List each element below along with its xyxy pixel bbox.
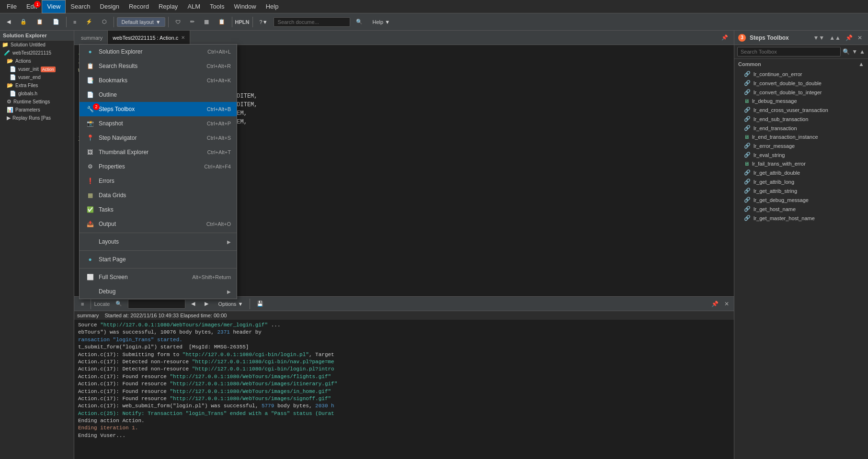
toolbox-item-12[interactable]: 🔗 lr_get_attrib_long xyxy=(734,177,868,186)
toolbox-section-collapse-btn[interactable]: ▲ xyxy=(858,61,864,67)
menu-properties[interactable]: ⚙ Properties Ctrl+Alt+F4 xyxy=(80,159,237,174)
menu-outline[interactable]: 📄 Outline xyxy=(80,88,237,102)
menu-tools[interactable]: Tools xyxy=(205,0,229,13)
tab-close-icon[interactable]: ✕ xyxy=(181,35,185,40)
toolbox-header-actions: ▼▼ ▲▲ 📌 ✕ xyxy=(811,34,864,42)
toolbox-expand-btn[interactable]: ▲▲ xyxy=(827,34,843,42)
toolbox-item-15[interactable]: 🔗 lr_get_host_name xyxy=(734,204,868,213)
menu-help[interactable]: Help xyxy=(261,0,284,13)
toolbar-btn-6[interactable]: ⚡ xyxy=(82,17,96,27)
menu-view[interactable]: View xyxy=(42,0,66,13)
help-btn[interactable]: Help ▼ xyxy=(368,17,395,27)
tree-extra-files[interactable]: 📂 Extra Files xyxy=(0,81,74,90)
menu-bookmarks[interactable]: 📑 Bookmarks Ctrl+Alt+K xyxy=(80,73,237,88)
tab-action[interactable]: webTest20221115 : Action.c ✕ xyxy=(108,31,190,45)
toolbox-item-2[interactable]: 🔗 lr_convert_double_to_integer xyxy=(734,88,868,97)
search-icon-btn[interactable]: 🔍 xyxy=(352,17,366,27)
toolbar-btn-4[interactable]: 📄 xyxy=(49,17,63,27)
toolbox-up-btn[interactable]: ▲ xyxy=(859,48,865,55)
toolbox-collapse-btn[interactable]: ▼▼ xyxy=(811,34,826,42)
toolbox-item-5[interactable]: 🔗 lr_end_sub_transaction xyxy=(734,114,868,123)
toolbar-shield-btn[interactable]: 🛡 xyxy=(171,17,184,27)
toolbar-pen-btn[interactable]: ✏ xyxy=(186,17,198,27)
menu-snapshot[interactable]: 📸 Snapshot Ctrl+Alt+P xyxy=(80,116,237,131)
tree-params[interactable]: 📊 Parameters xyxy=(0,106,74,114)
output-close-btn[interactable]: ✕ xyxy=(722,300,731,308)
tree-vuser-init[interactable]: 📄 vuser_init Action xyxy=(0,65,74,73)
menu-start-page[interactable]: ● Start Page xyxy=(80,252,237,267)
toolbar-copy-btn[interactable]: 📋 xyxy=(215,17,229,27)
menu-replay[interactable]: Replay xyxy=(154,0,183,13)
menu-steps-toolbox[interactable]: 🔧 Steps Toolbox Ctrl+Alt+B 2 xyxy=(80,102,237,116)
tree-actions[interactable]: 📂 Actions xyxy=(0,57,74,65)
toolbox-item-9[interactable]: 🔗 lr_eval_string xyxy=(734,150,868,159)
toolbox-item-14[interactable]: 🔗 lr_get_debug_message xyxy=(734,195,868,204)
menu-thumbnail-explorer[interactable]: 🖼 Thumbnail Explorer Ctrl+Alt+T xyxy=(80,145,237,159)
output-line-13: Action.c(25): Notify: Transaction "login… xyxy=(78,410,730,417)
output-pin-btn[interactable]: 📌 xyxy=(709,300,720,308)
toolbox-pin-btn[interactable]: 📌 xyxy=(844,34,855,42)
toolbox-item-13[interactable]: 🔗 lr_get_attrib_string xyxy=(734,186,868,195)
tree-globals[interactable]: 📄 globals.h xyxy=(0,90,74,98)
output-save-btn[interactable]: 💾 xyxy=(253,299,267,309)
tree-runtime[interactable]: ⚙ Runtime Settings xyxy=(0,98,74,106)
menu-errors[interactable]: ❗ Errors xyxy=(80,174,237,188)
menu-step-navigator[interactable]: 📍 Step Navigator Ctrl+Alt+S xyxy=(80,131,237,145)
toolbox-search-input[interactable] xyxy=(737,47,841,56)
toolbox-item-icon-0: 🔗 xyxy=(744,71,751,77)
menu-window[interactable]: Window xyxy=(229,0,261,13)
tree-vuser-end[interactable]: 📄 vuser_end xyxy=(0,73,74,81)
layout-btn[interactable]: Default layout ▼ xyxy=(117,17,165,27)
toolbar-back-btn[interactable]: ◀ xyxy=(3,17,14,27)
menu-output[interactable]: 📤 Output Ctrl+Alt+O xyxy=(80,217,237,231)
tab-pin-btn[interactable]: 📌 xyxy=(718,33,732,43)
output-prev-btn[interactable]: ◀ xyxy=(187,299,199,309)
menu-edit[interactable]: Edit 1 xyxy=(22,0,42,13)
menu-solution-explorer[interactable]: ● Solution Explorer Ctrl+Alt+L xyxy=(80,45,237,59)
toolbox-item-11[interactable]: 🔗 lr_get_attrib_double xyxy=(734,168,868,177)
output-search-input[interactable] xyxy=(128,299,185,309)
toolbar-grid-btn[interactable]: ▦ xyxy=(200,17,213,27)
menu-search-results[interactable]: 📋 Search Results Ctrl+Alt+R xyxy=(80,59,237,73)
toolbar-btn-3[interactable]: 📋 xyxy=(33,17,47,27)
menu-design[interactable]: Design xyxy=(95,0,124,13)
help-question-btn[interactable]: ?▼ xyxy=(256,17,272,27)
toolbox-item-6[interactable]: 🔗 lr_end_transaction xyxy=(734,123,868,133)
toolbox-item-1[interactable]: 🔗 lr_convert_double_to_double xyxy=(734,78,868,88)
toolbox-item-10[interactable]: 🖥 lr_fail_trans_with_error xyxy=(734,159,868,168)
search-input[interactable] xyxy=(274,17,350,27)
tree-replay[interactable]: ▶ Replay Runs [Pas xyxy=(0,114,74,122)
toolbar-btn-2[interactable]: 🔒 xyxy=(16,17,31,27)
output-search-btn[interactable]: 🔍 xyxy=(112,299,126,309)
output-line-4: t_submit_form("login.pl") started [MsgId… xyxy=(78,344,730,351)
output-align-btn[interactable]: ≡ xyxy=(77,299,88,309)
toolbar-btn-7[interactable]: ⬡ xyxy=(98,17,111,27)
toolbox-item-7[interactable]: 🖥 lr_end_transaction_instance xyxy=(734,133,868,141)
toolbox-search-icon-btn[interactable]: 🔍 xyxy=(843,48,850,55)
options-btn[interactable]: Options ▼ xyxy=(214,299,247,309)
output-next-btn[interactable]: ▶ xyxy=(201,299,212,309)
tree-webtest[interactable]: 🧪 webTest20221115 xyxy=(0,49,74,57)
menu-search[interactable]: Search xyxy=(66,0,95,13)
menu-data-grids[interactable]: ▦ Data Grids xyxy=(80,188,237,202)
toolbar-sep-3 xyxy=(168,17,169,27)
toolbox-item-3[interactable]: 🖥 lr_debug_message xyxy=(734,97,868,105)
toolbar-sep-5 xyxy=(252,17,253,27)
toolbox-close-btn[interactable]: ✕ xyxy=(856,34,864,42)
toolbar-btn-5[interactable]: ≡ xyxy=(69,17,80,27)
menu-alm[interactable]: ALM xyxy=(183,0,205,13)
menu-layouts[interactable]: Layouts ▶ xyxy=(80,235,237,249)
menu-file[interactable]: File xyxy=(2,0,22,13)
toolbox-item-4[interactable]: 🔗 lr_end_cross_vuser_transaction xyxy=(734,105,868,114)
toolbox-item-0[interactable]: 🔗 lr_continue_on_error xyxy=(734,69,868,78)
menu-debug[interactable]: Debug ▶ xyxy=(80,284,237,299)
toolbox-item-8[interactable]: 🔗 lr_error_message xyxy=(734,141,868,150)
toolbox-item-16[interactable]: 🔗 lr_get_master_host_name xyxy=(734,213,868,223)
menu-tasks[interactable]: ✅ Tasks xyxy=(80,202,237,217)
tab-summary[interactable]: summary xyxy=(76,31,108,45)
tree-root[interactable]: 📁 Solution Untitled xyxy=(0,41,74,49)
menu-full-screen[interactable]: ⬜ Full Screen Alt+Shift+Return xyxy=(80,270,237,284)
toolbox-search-more-btn[interactable]: ▼ xyxy=(852,48,857,55)
output-content[interactable]: Source "http://127.0.0.1:1080/WebTours/i… xyxy=(74,320,734,459)
menu-record[interactable]: Record xyxy=(124,0,154,13)
